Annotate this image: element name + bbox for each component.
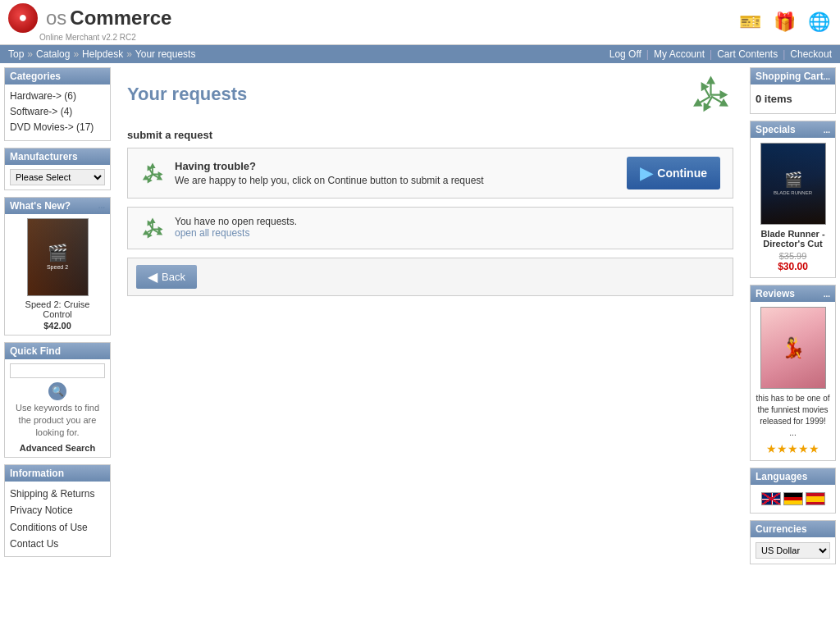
category-dvd[interactable]: DVD Movies-> (17) [10, 120, 105, 135]
specials-product-image[interactable]: 🎬 BLADE RUNNER [760, 143, 826, 225]
whats-new-content: 🎬 Speed 2 Speed 2: Cruise Control $42.00 [5, 214, 110, 335]
currencies-box: Currencies US Dollar Euro British Pound [750, 520, 836, 564]
no-requests-message: You have no open requests. [175, 216, 297, 227]
logo-area: ● osCommerce Online Merchant v2.2 RC2 [8, 3, 171, 42]
categories-header: Categories [5, 68, 110, 84]
reviews-more-icon[interactable]: ... [824, 290, 830, 299]
category-software[interactable]: Software-> (4) [10, 104, 105, 120]
manufacturers-box: Manufacturers Please Select [4, 148, 111, 190]
header-icon-gift[interactable]: 🎁 [771, 9, 797, 35]
nav-top[interactable]: Top [8, 48, 24, 60]
back-arrow-icon: ◀ [148, 269, 158, 285]
breadcrumb-sep3: » [126, 48, 132, 60]
cart-more-icon[interactable]: ... [824, 72, 830, 81]
nav-myaccount[interactable]: My Account [654, 48, 705, 60]
left-sidebar: Categories Hardware-> (6) Software-> (4)… [0, 63, 115, 630]
shopping-cart-box: Shopping Cart ... 0 items [750, 67, 836, 114]
nav-sep1: | [646, 48, 649, 60]
info-privacy[interactable]: Privacy Notice [10, 502, 105, 518]
nav-right: Log Off | My Account | Cart Contents | C… [609, 48, 832, 60]
whats-new-header: What's New? ... [5, 198, 110, 214]
back-button[interactable]: ◀ Back [136, 265, 197, 289]
information-content: Shipping & Returns Privacy Notice Condit… [5, 482, 110, 557]
whats-new-box: What's New? ... 🎬 Speed 2 Speed 2: Cruis… [4, 197, 111, 336]
trouble-message-box: Having trouble? We are happy to help you… [127, 148, 733, 199]
navbar: Top » Catalog » Helpdesk » Your requests… [0, 45, 840, 63]
specials-header: Specials ... [751, 121, 835, 138]
back-btn-label: Back [162, 271, 185, 283]
currency-select[interactable]: US Dollar Euro British Pound [756, 542, 830, 559]
nav-catalog[interactable]: Catalog [36, 48, 70, 60]
continue-btn-label: Continue [657, 167, 707, 180]
trouble-icon [140, 161, 165, 185]
quick-find-content: 🔍 Use keywords to find the product you a… [5, 359, 110, 457]
specials-new-price: $30.00 [756, 261, 830, 272]
nav-cartcontents[interactable]: Cart Contents [717, 48, 778, 60]
manufacturers-content: Please Select [5, 165, 110, 189]
specials-product-title: Blade Runner - Director's Cut [756, 229, 830, 249]
nav-breadcrumb: Top » Catalog » Helpdesk » Your requests [8, 48, 195, 60]
recycle-icon [688, 71, 733, 116]
quick-find-input[interactable] [10, 363, 105, 378]
logo-subtitle: Online Merchant v2.2 RC2 [39, 33, 171, 42]
header-icon-globe[interactable]: 🌐 [806, 9, 832, 35]
logo-icon: ● [8, 3, 38, 33]
search-icon: 🔍 [48, 382, 66, 400]
whats-new-product-title[interactable]: Speed 2: Cruise Control [10, 299, 105, 319]
logo[interactable]: ● osCommerce [8, 3, 171, 33]
trouble-heading: Having trouble? [175, 160, 617, 172]
nav-checkout[interactable]: Checkout [790, 48, 832, 60]
advanced-search-link[interactable]: Advanced Search [10, 443, 105, 453]
main-content: Your requests submit a request Hav [115, 63, 746, 630]
info-conditions[interactable]: Conditions of Use [10, 519, 105, 536]
whats-new-product-image[interactable]: 🎬 Speed 2 [27, 218, 89, 296]
info-shipping[interactable]: Shipping & Returns [10, 486, 105, 502]
information-header: Information [5, 465, 110, 482]
open-requests-recycle-icon [140, 216, 165, 240]
quick-find-hint: Use keywords to find the product you are… [10, 402, 105, 440]
layout: Categories Hardware-> (6) Software-> (4)… [0, 63, 840, 630]
reviews-stars: ★★★★★ [756, 442, 830, 455]
categories-box: Categories Hardware-> (6) Software-> (4)… [4, 67, 111, 141]
page-title-area: Your requests [127, 71, 733, 116]
back-btn-container: ◀ Back [127, 258, 733, 296]
reviews-text: this has to be one of the funniest movie… [756, 393, 830, 439]
open-requests-text: You have no open requests. open all requ… [175, 216, 297, 239]
open-all-requests-link[interactable]: open all requests [175, 227, 249, 239]
section-header: submit a request [127, 129, 733, 141]
page-title: Your requests [127, 84, 247, 105]
right-sidebar: Shopping Cart ... 0 items Specials ... 🎬… [746, 63, 840, 630]
nav-logoff[interactable]: Log Off [609, 48, 641, 60]
header-icon-tickets[interactable]: 🎫 [737, 9, 763, 35]
languages-content [751, 485, 835, 513]
logo-os: os [46, 7, 66, 30]
page-recycle-logo [688, 71, 733, 116]
continue-arrow-icon: ▶ [640, 163, 652, 183]
open-requests-box: You have no open requests. open all requ… [127, 207, 733, 249]
quick-find-header: Quick Find [5, 343, 110, 359]
languages-header: Languages [751, 468, 835, 485]
category-hardware[interactable]: Hardware-> (6) [10, 89, 105, 104]
specials-more-icon[interactable]: ... [824, 126, 830, 135]
flag-germany[interactable] [783, 492, 803, 505]
nav-helpdesk[interactable]: Helpdesk [82, 48, 123, 60]
nav-current: Your requests [135, 48, 196, 60]
open-requests-icon [140, 216, 165, 240]
header-icons: 🎫 🎁 🌐 [737, 9, 832, 35]
manufacturers-header: Manufacturers [5, 148, 110, 165]
currencies-content: US Dollar Euro British Pound [751, 537, 835, 564]
trouble-recycle-icon [140, 161, 165, 185]
languages-box: Languages [750, 468, 836, 514]
reviews-content: 💃 this has to be one of the funniest mov… [751, 302, 835, 460]
search-button[interactable]: 🔍 [10, 382, 105, 400]
language-flags [756, 490, 830, 508]
continue-button[interactable]: ▶ Continue [627, 157, 720, 189]
reviews-product-image[interactable]: 💃 [760, 307, 826, 389]
flag-spain[interactable] [806, 492, 825, 505]
manufacturers-select[interactable]: Please Select [10, 169, 105, 185]
whats-new-more[interactable]: ... [98, 201, 105, 210]
flag-uk[interactable] [761, 492, 781, 505]
quick-find-box: Quick Find 🔍 Use keywords to find the pr… [4, 342, 111, 458]
info-contact[interactable]: Contact Us [10, 536, 105, 552]
cart-item-count: 0 items [756, 89, 830, 108]
